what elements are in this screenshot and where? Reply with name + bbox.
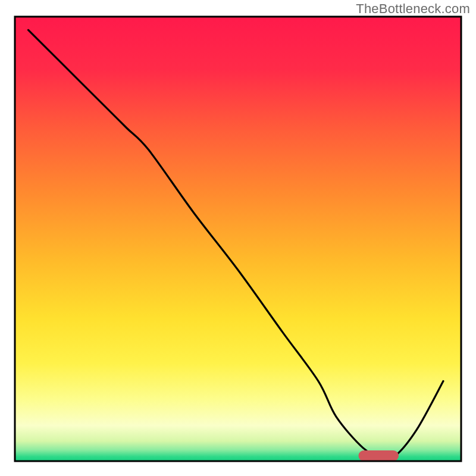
- bottleneck-chart: TheBottleneck.com: [0, 0, 476, 476]
- chart-svg: [0, 0, 476, 476]
- watermark-label: TheBottleneck.com: [356, 1, 470, 17]
- optimal-marker: [359, 450, 399, 461]
